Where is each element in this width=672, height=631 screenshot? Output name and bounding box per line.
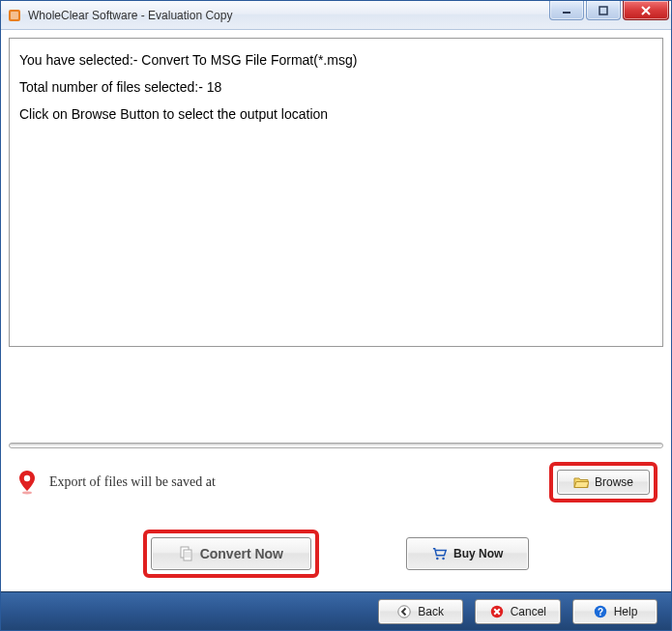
convert-now-button[interactable]: Convert Now [151, 537, 311, 570]
document-copy-icon [179, 546, 194, 561]
convert-highlight: Convert Now [143, 530, 319, 578]
cancel-label: Cancel [511, 605, 546, 618]
log-line: Click on Browse Button to select the out… [19, 100, 653, 128]
svg-point-5 [22, 492, 32, 495]
help-icon: ? [593, 604, 608, 619]
back-button[interactable]: Back [378, 599, 463, 624]
help-label: Help [614, 605, 638, 618]
log-line: Total number of files selected:- 18 [19, 73, 653, 100]
browse-label: Browse [595, 475, 633, 489]
svg-text:?: ? [598, 606, 603, 617]
folder-icon [573, 474, 589, 490]
window-title: WholeClear Software - Evaluation Copy [28, 9, 232, 22]
svg-rect-2 [563, 12, 570, 14]
spacer [9, 347, 663, 435]
buy-now-button[interactable]: Buy Now [406, 537, 529, 570]
bottom-panel: Export of files will be saved at Browse [9, 443, 663, 622]
minimize-button[interactable] [549, 1, 584, 20]
app-icon [7, 8, 22, 23]
help-button[interactable]: ? Help [572, 599, 657, 624]
maximize-button[interactable] [586, 1, 621, 20]
svg-point-9 [442, 558, 444, 559]
back-label: Back [418, 605, 444, 618]
client-area: You have selected:- Convert To MSG File … [1, 30, 671, 630]
convert-label: Convert Now [200, 546, 283, 561]
window-controls [547, 1, 669, 20]
footer-bar: Back Cancel ? Help [1, 591, 671, 630]
action-row: Convert Now Buy Now [9, 524, 663, 591]
svg-rect-3 [599, 7, 607, 14]
cancel-icon [489, 604, 505, 619]
close-button[interactable] [623, 1, 669, 20]
svg-rect-1 [11, 12, 18, 19]
back-arrow-icon [396, 604, 412, 619]
app-window: WholeClear Software - Evaluation Copy Yo… [0, 0, 672, 631]
svg-point-4 [24, 475, 30, 481]
buy-label: Buy Now [453, 547, 503, 560]
export-row: Export of files will be saved at Browse [9, 458, 663, 524]
cart-icon [432, 546, 448, 561]
browse-button[interactable]: Browse [557, 470, 650, 495]
location-pin-icon [15, 470, 40, 495]
log-line: You have selected:- Convert To MSG File … [19, 46, 653, 73]
svg-point-10 [398, 605, 410, 617]
divider [9, 443, 663, 448]
status-log: You have selected:- Convert To MSG File … [9, 38, 663, 347]
cancel-button[interactable]: Cancel [475, 599, 561, 624]
svg-point-8 [436, 558, 438, 559]
browse-highlight: Browse [549, 462, 657, 502]
titlebar[interactable]: WholeClear Software - Evaluation Copy [1, 1, 671, 30]
export-label: Export of files will be saved at [49, 474, 549, 490]
